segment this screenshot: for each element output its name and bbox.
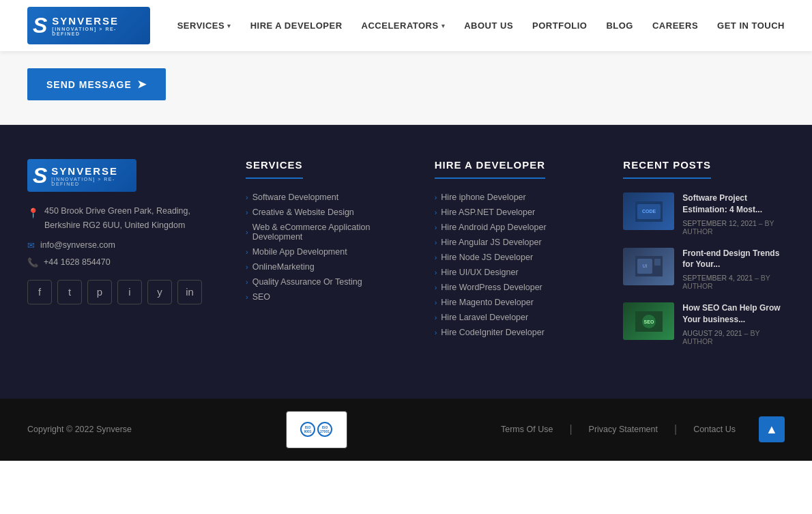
footer: S SYNVERSE [INNOVATION] > RE-DEFINED 📍 4… [0, 125, 812, 399]
recent-post[interactable]: SEO How SEO Can Help Grow Your business.… [623, 302, 785, 345]
list-item[interactable]: › Quality Assurance Or Testing [246, 277, 407, 287]
social-links: f t p i y in [27, 280, 218, 304]
copyright-text: Copyright © 2022 Synverse [27, 425, 132, 434]
svg-text:SEO: SEO [643, 319, 654, 324]
chevron-right-icon: › [435, 208, 437, 216]
footer-logo-sub: [INNOVATION] > RE-DEFINED [51, 177, 131, 186]
footer-bottom: Copyright © 2022 Synverse ISO9001 ISO270… [0, 399, 812, 461]
list-item[interactable]: › Hire Angular JS Developer [435, 238, 596, 247]
chevron-right-icon: › [435, 283, 437, 291]
list-item[interactable]: › Hire Node JS Developer [435, 253, 596, 262]
linkedin-icon[interactable]: in [177, 280, 202, 304]
footer-address: 📍 450 Brook Drive Green Park, Reading, B… [27, 204, 218, 233]
nav-blog[interactable]: BLOG [606, 20, 633, 31]
post-info: How SEO Can Help Grow Your business... A… [682, 302, 785, 345]
services-heading: SERVICES [246, 159, 303, 179]
nav-careers[interactable]: CAREERS [652, 20, 698, 31]
post-thumbnail: UI [623, 248, 674, 285]
chevron-right-icon: › [435, 253, 437, 261]
list-item[interactable]: › Hire WordPress Developer [435, 283, 596, 292]
chevron-right-icon: › [435, 268, 437, 276]
list-item[interactable]: › SEO [246, 292, 407, 302]
chevron-down-icon: ▾ [441, 23, 446, 29]
list-item[interactable]: › Hire Laravel Developer [435, 313, 596, 322]
list-item[interactable]: › OnlineMarketing [246, 262, 407, 272]
scroll-to-top-button[interactable]: ▲ [759, 416, 785, 442]
recent-posts-heading: RECENT POSTS [623, 159, 711, 179]
footer-bottom-links: Terms Of Use | Privacy Statement | Conta… [501, 416, 785, 442]
list-item[interactable]: › Hire CodeIgniter Developer [435, 328, 596, 337]
youtube-icon[interactable]: y [147, 280, 172, 304]
list-item[interactable]: › Hire iphone Developer [435, 192, 596, 202]
chevron-right-icon: › [435, 193, 437, 201]
nav-about-us[interactable]: ABOUT US [464, 20, 513, 31]
chevron-right-icon: › [435, 238, 437, 246]
list-item[interactable]: › Creative & Website Design [246, 208, 407, 217]
instagram-icon[interactable]: i [117, 280, 142, 304]
chevron-right-icon: › [246, 193, 248, 201]
logo-s: S [33, 13, 48, 38]
post-thumbnail: CODE [623, 192, 674, 230]
footer-logo-main: SYNVERSE [51, 165, 131, 177]
hire-list: › Hire iphone Developer › Hire ASP.NET D… [435, 192, 596, 337]
recent-post[interactable]: UI Front-end Design Trends for Your... S… [623, 248, 785, 291]
nav-portfolio[interactable]: PORTFOLIO [532, 20, 587, 31]
logo[interactable]: S SYNVERSE [INNOVATION] > RE-DEFINED [27, 7, 150, 44]
chevron-right-icon: › [246, 208, 248, 216]
chevron-right-icon: › [246, 293, 248, 301]
services-list: › Software Development › Creative & Webs… [246, 192, 407, 302]
list-item[interactable]: › Mobile App Development [246, 247, 407, 257]
svg-text:UI: UI [642, 263, 647, 268]
footer-logo-s: S [33, 163, 47, 188]
terms-of-use-link[interactable]: Terms Of Use [501, 425, 553, 434]
svg-text:CODE: CODE [642, 209, 656, 214]
list-item[interactable]: › Hire UI/UX Designer [435, 268, 596, 277]
facebook-icon[interactable]: f [27, 280, 52, 304]
chevron-right-icon: › [435, 328, 437, 337]
chevron-right-icon: › [246, 248, 248, 256]
footer-grid: S SYNVERSE [INNOVATION] > RE-DEFINED 📍 4… [27, 159, 785, 358]
chevron-right-icon: › [246, 263, 248, 271]
iso-9001: ISO9001 [300, 422, 315, 437]
recent-post[interactable]: CODE Software Project Estimation: 4 Most… [623, 192, 785, 235]
email-icon: ✉ [27, 240, 35, 251]
post-thumbnail: SEO [623, 302, 674, 340]
logo-main: SYNVERSE [52, 15, 145, 27]
send-message-section: SEND MESSAGE ➤ [0, 51, 812, 125]
chevron-right-icon: › [435, 313, 437, 322]
post-info: Front-end Design Trends for Your... SEPT… [682, 248, 785, 291]
map-pin-icon: 📍 [27, 205, 39, 233]
footer-col-hire: HIRE A DEVELOPER › Hire iphone Developer… [435, 159, 596, 358]
footer-phone[interactable]: 📞 +44 1628 854470 [27, 257, 218, 268]
list-item[interactable]: › Hire ASP.NET Developer [435, 208, 596, 217]
nav-services[interactable]: SERVICES ▾ [177, 20, 231, 31]
contact-us-link[interactable]: Contact Us [693, 425, 736, 434]
list-item[interactable]: › Hire Android App Developer [435, 223, 596, 232]
iso-27001: ISO27001 [317, 422, 332, 437]
main-nav: SERVICES ▾ HIRE A DEVELOPER ACCELERATORS… [177, 20, 785, 31]
iso-badge: ISO9001 ISO27001 [286, 411, 347, 448]
footer-col-recent-posts: RECENT POSTS CODE Software Project Estim… [623, 159, 785, 358]
footer-col-services: SERVICES › Software Development › Creati… [246, 159, 407, 358]
footer-email[interactable]: ✉ info@synverse.com [27, 240, 218, 251]
send-icon: ➤ [137, 78, 147, 91]
chevron-right-icon: › [435, 223, 437, 231]
list-item[interactable]: › Software Development [246, 192, 407, 202]
phone-icon: 📞 [27, 257, 38, 268]
twitter-icon[interactable]: t [57, 280, 82, 304]
pinterest-icon[interactable]: p [87, 280, 112, 304]
list-item[interactable]: › Web & eCommerce Application Developmen… [246, 223, 407, 242]
send-message-button[interactable]: SEND MESSAGE ➤ [27, 68, 166, 100]
logo-sub: [INNOVATION] > RE-DEFINED [52, 27, 145, 36]
nav-get-in-touch[interactable]: GET IN TOUCH [717, 20, 785, 31]
list-item[interactable]: › Hire Magento Developer [435, 298, 596, 307]
footer-logo[interactable]: S SYNVERSE [INNOVATION] > RE-DEFINED [27, 159, 136, 192]
footer-col-info: S SYNVERSE [INNOVATION] > RE-DEFINED 📍 4… [27, 159, 218, 358]
nav-hire-developer[interactable]: HIRE A DEVELOPER [250, 20, 343, 31]
post-info: Software Project Estimation: 4 Most... S… [682, 192, 785, 235]
nav-accelerators[interactable]: ACCELERATORS ▾ [362, 20, 446, 31]
privacy-statement-link[interactable]: Privacy Statement [589, 425, 658, 434]
chevron-down-icon: ▾ [227, 23, 231, 29]
svg-rect-5 [654, 259, 661, 266]
chevron-right-icon: › [246, 228, 248, 236]
